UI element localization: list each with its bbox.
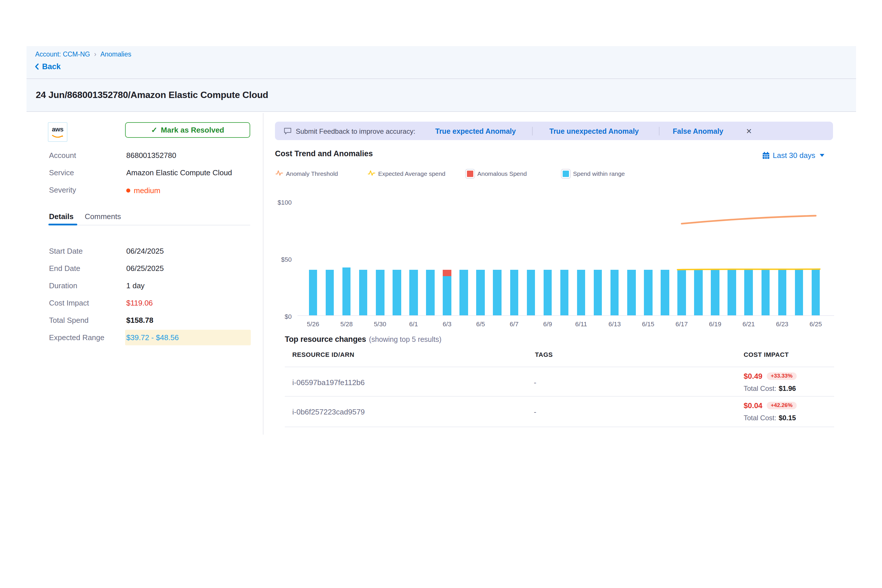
legend-threshold-label: Anomaly Threshold <box>286 170 338 177</box>
table-divider <box>285 396 834 397</box>
total-spend-label: Total Spend <box>49 315 88 326</box>
banner-divider <box>532 127 532 135</box>
legend-withinrange-square-icon <box>561 170 570 178</box>
severity-label: Severity <box>49 185 76 195</box>
end-date-label: End Date <box>49 264 80 274</box>
resource-id[interactable]: i-0b6f257223cad9579 <box>292 408 365 416</box>
check-icon: ✓ <box>151 126 158 134</box>
time-filter-label: Last 30 days <box>773 151 815 160</box>
banner-divider <box>659 127 660 135</box>
impact-percent-badge: +33.33% <box>767 372 796 380</box>
caret-down-icon <box>820 154 824 157</box>
feedback-true-expected[interactable]: True expected Anomaly <box>435 127 516 135</box>
resource-impact: $0.49 <box>744 372 762 381</box>
chevron-left-icon <box>34 63 39 70</box>
end-date-value: 06/25/2025 <box>126 264 164 274</box>
chat-bubble-icon <box>284 128 292 135</box>
tab-comments[interactable]: Comments <box>85 212 121 221</box>
service-label: Service <box>49 168 74 178</box>
duration-value: 1 day <box>126 281 145 291</box>
cost-impact-label: Cost Impact <box>49 298 89 308</box>
time-filter[interactable]: Last 30 days <box>762 151 824 160</box>
breadcrumb: Account: CCM-NG › Anomalies <box>35 51 131 58</box>
aws-smile-icon <box>51 135 64 139</box>
account-value: 868001352780 <box>126 150 176 161</box>
resource-total-cost: Total Cost:$0.15 <box>744 413 796 423</box>
chart-lines <box>275 190 834 328</box>
feedback-false-anomaly[interactable]: False Anomaly <box>673 127 723 135</box>
resource-tags: - <box>534 408 536 416</box>
legend-withinrange-label: Spend within range <box>573 170 625 177</box>
back-button[interactable]: Back <box>34 62 61 71</box>
banner-close-icon[interactable]: ✕ <box>746 127 752 135</box>
feedback-prompt: Submit Feedback to improve accuracy: <box>296 128 416 135</box>
calendar-icon <box>762 152 770 159</box>
col-resource-id: RESOURCE ID/ARN <box>292 351 354 358</box>
resource-id[interactable]: i-06597ba197fe112b6 <box>292 378 364 387</box>
resolve-label: Mark as Resolved <box>161 126 224 134</box>
resource-total-cost: Total Cost:$1.96 <box>744 383 796 393</box>
tab-underline-track <box>48 225 250 225</box>
expected-range-label: Expected Range <box>49 333 104 343</box>
header-band: Account: CCM-NG › Anomalies Back <box>27 46 856 79</box>
expected-range-value: $39.72 - $48.56 <box>126 333 179 343</box>
severity-value: medium <box>126 185 160 195</box>
legend-anomalous-square-icon <box>466 170 474 178</box>
breadcrumb-separator-icon: › <box>94 51 96 58</box>
aws-provider-icon: aws <box>48 122 68 142</box>
trend-heading: Cost Trend and Anomalies <box>275 149 373 158</box>
resource-impact: $0.04 <box>744 401 762 410</box>
legend-expected-line-icon <box>368 170 375 176</box>
tab-active-indicator <box>48 224 77 225</box>
page: Account: CCM-NG › Anomalies Back 24 Jun/… <box>0 0 882 588</box>
service-value: Amazon Elastic Compute Cloud <box>126 168 232 178</box>
cost-impact-value: $119.06 <box>126 298 153 308</box>
account-label: Account <box>49 150 76 161</box>
resources-subheading: (showing top 5 results) <box>369 336 442 344</box>
mark-as-resolved-button[interactable]: ✓ Mark as Resolved <box>125 122 250 138</box>
feedback-banner: Submit Feedback to improve accuracy: Tru… <box>275 122 833 140</box>
legend-anomalous-label: Anomalous Spend <box>477 170 527 177</box>
total-spend-value: $158.78 <box>126 315 153 326</box>
breadcrumb-anomalies-link[interactable]: Anomalies <box>100 51 131 58</box>
resources-heading-row: Top resource changes (showing top 5 resu… <box>285 335 442 344</box>
legend-threshold-line-icon <box>276 170 283 176</box>
col-tags: TAGS <box>535 351 553 358</box>
impact-percent-badge: +42.26% <box>767 402 796 409</box>
resource-tags: - <box>534 378 536 387</box>
title-band: 24 Jun/868001352780/Amazon Elastic Compu… <box>27 79 856 112</box>
breadcrumb-account-link[interactable]: Account: CCM-NG <box>35 51 90 58</box>
aws-logo-text: aws <box>48 126 67 133</box>
severity-text: medium <box>134 186 160 195</box>
table-divider <box>285 427 834 427</box>
panel-divider <box>263 113 264 435</box>
severity-dot-icon <box>126 188 130 192</box>
duration-label: Duration <box>49 281 77 291</box>
table-divider <box>285 367 834 367</box>
legend-expected-label: Expected Average spend <box>378 170 446 177</box>
col-cost-impact: COST IMPACT <box>744 351 789 358</box>
page-title: 24 Jun/868001352780/Amazon Elastic Compu… <box>36 79 268 111</box>
start-date-value: 06/24/2025 <box>126 246 164 256</box>
resources-heading: Top resource changes <box>285 335 366 344</box>
start-date-label: Start Date <box>49 246 83 256</box>
tab-details[interactable]: Details <box>49 212 74 221</box>
back-label: Back <box>42 62 61 71</box>
feedback-true-unexpected[interactable]: True unexpected Anomaly <box>549 127 639 135</box>
